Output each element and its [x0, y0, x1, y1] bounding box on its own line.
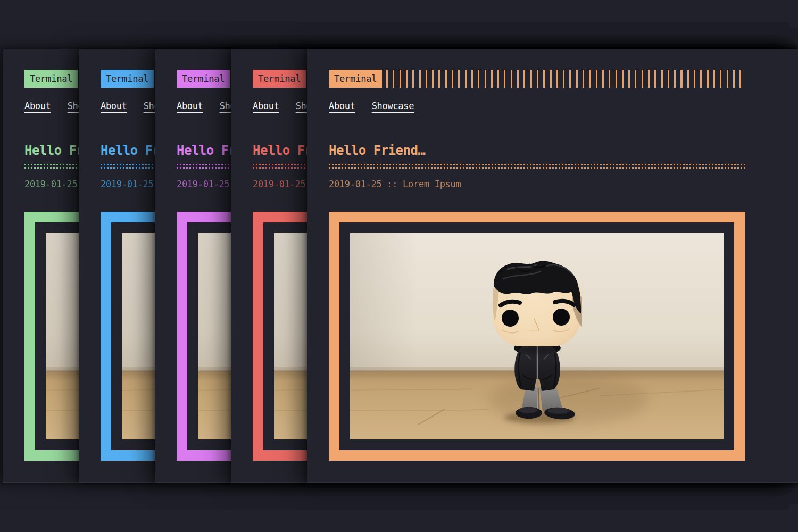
funko-figure-photo [350, 233, 724, 439]
dotted-divider [329, 164, 745, 169]
post-title: Hello Friend… [329, 144, 745, 157]
nav-link-about[interactable]: About [177, 101, 203, 111]
nav-link-about[interactable]: About [253, 101, 279, 111]
post-meta: 2019-01-25 :: Lorem Ipsum [329, 179, 745, 189]
post-date: 2019-01-25 [253, 179, 305, 189]
theme-panel-orange: Terminal About Showcase Hello Friend… 20… [307, 49, 798, 483]
post-date: 2019-01-25 [101, 179, 153, 189]
post-area: Hello Friend… 2019-01-25 :: Lorem Ipsum [329, 144, 745, 461]
header-bars-decoration [386, 70, 745, 88]
post-category: Lorem Ipsum [403, 179, 461, 189]
terminal-logo-badge[interactable]: Terminal [253, 70, 306, 88]
post-date: 2019-01-25 [177, 179, 229, 189]
post-date: 2019-01-25 [329, 179, 381, 189]
nav-link-about[interactable]: About [329, 101, 355, 111]
meta-separator: :: [387, 179, 397, 189]
showcase-stage: Terminal About Showcase Hello Friend… 20… [0, 0, 798, 532]
panel-content: Terminal About Showcase Hello Friend… 20… [329, 70, 745, 461]
terminal-logo-badge[interactable]: Terminal [101, 70, 154, 88]
terminal-logo-badge[interactable]: Terminal [329, 70, 382, 88]
nav-link-about[interactable]: About [101, 101, 127, 111]
logo-row: Terminal [329, 70, 745, 88]
nav-link-showcase[interactable]: Showcase [372, 101, 414, 111]
post-image-frame [329, 212, 745, 461]
post-date: 2019-01-25 [24, 179, 77, 189]
terminal-logo-badge[interactable]: Terminal [177, 70, 230, 88]
site-nav: About Showcase [329, 101, 745, 111]
site-header: Terminal About Showcase [329, 70, 745, 111]
nav-link-about[interactable]: About [24, 101, 51, 111]
terminal-logo-badge[interactable]: Terminal [24, 70, 78, 88]
